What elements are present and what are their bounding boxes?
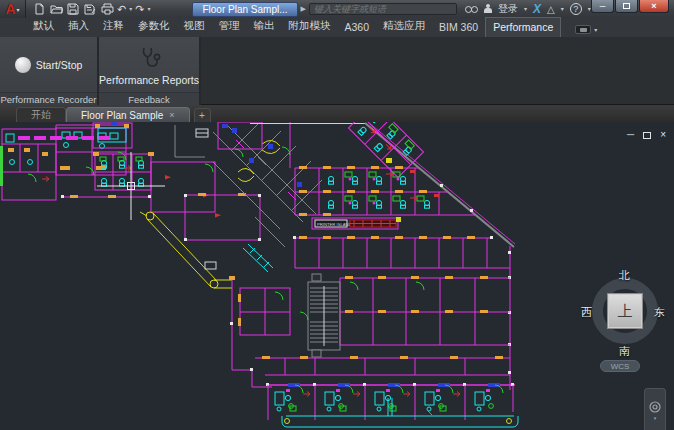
flagged-rooms bbox=[61, 162, 261, 241]
title-expand-arrow-icon[interactable]: ▶ bbox=[301, 5, 306, 13]
a360-icon[interactable]: △ bbox=[547, 4, 555, 15]
wcs-button[interactable]: WCS bbox=[600, 360, 640, 372]
plot-icon[interactable] bbox=[100, 3, 114, 16]
terrace bbox=[282, 398, 518, 427]
bottom-offices bbox=[266, 383, 515, 420]
file-tab-start[interactable]: 开始 bbox=[16, 107, 66, 122]
minimize-button[interactable]: ─ bbox=[591, 0, 614, 13]
file-tab-floor-plan[interactable]: Floor Plan Sample × bbox=[66, 107, 190, 122]
banner-text: PRINTER ISLAND bbox=[317, 222, 352, 227]
viewcube-south[interactable]: 南 bbox=[619, 344, 630, 359]
ribbon: Start/Stop Performance Recorder Performa… bbox=[0, 37, 674, 105]
drawing-window-controls: ─ × bbox=[627, 130, 666, 140]
a360-caret-icon[interactable]: ▾ bbox=[561, 6, 564, 12]
printer-island-banner: PRINTER ISLAND bbox=[312, 217, 401, 229]
sign-in-caret-icon[interactable]: ▾ bbox=[524, 6, 527, 12]
viewcube-top-face[interactable]: 上 bbox=[607, 293, 643, 329]
search-input[interactable] bbox=[309, 3, 457, 15]
undo-caret-icon[interactable]: ▾ bbox=[129, 6, 132, 12]
undo-icon[interactable]: ↶ bbox=[117, 4, 126, 15]
ribbon-tab-annotate[interactable]: 注释 bbox=[96, 16, 131, 37]
record-caret-icon: ▾ bbox=[594, 27, 597, 33]
diagonal-wall bbox=[365, 122, 515, 247]
record-button[interactable]: ▾ bbox=[575, 25, 597, 34]
lower-room-grid bbox=[293, 236, 510, 268]
performance-reports-button[interactable]: Performance Reports bbox=[99, 43, 199, 86]
ribbon-tab-bar: 默认 插入 注释 参数化 视图 管理 输出 附加模块 A360 精选应用 BIM… bbox=[0, 18, 674, 37]
feedback-panel-title: Feedback bbox=[99, 92, 199, 105]
drawing-minimize-icon[interactable]: ─ bbox=[627, 130, 634, 140]
recorder-panel-title: Performance Recorder bbox=[0, 92, 97, 105]
redo-icon[interactable]: ↷ bbox=[135, 4, 144, 15]
ribbon-tab-featured-apps[interactable]: 精选应用 bbox=[376, 16, 432, 37]
maximize-button[interactable] bbox=[615, 0, 638, 13]
app-menu-button[interactable]: A ▾ bbox=[0, 0, 26, 18]
floor-plan-drawing[interactable]: PRINTER ISLAND bbox=[0, 122, 674, 430]
titlebar-right-cluster: 登录 ▾ X △ ▾ ? ▾ bbox=[465, 2, 591, 16]
ribbon-tab-manage[interactable]: 管理 bbox=[212, 16, 247, 37]
start-stop-label: Start/Stop bbox=[36, 59, 83, 71]
autocad-window: A ▾ ↶ ▾ ↷ ▾ Floor Plan Sampl... ▶ 登录 bbox=[0, 0, 674, 430]
document-title[interactable]: Floor Plan Sampl... bbox=[192, 2, 297, 17]
save-as-icon[interactable] bbox=[83, 3, 97, 16]
record-camera-icon bbox=[575, 25, 591, 34]
ribbon-tab-default[interactable]: 默认 bbox=[26, 16, 61, 37]
ribbon-tab-output[interactable]: 输出 bbox=[247, 16, 282, 37]
lower-left-wall bbox=[229, 276, 272, 387]
viewcube-east[interactable]: 东 bbox=[654, 305, 665, 320]
viewcube-north[interactable]: 北 bbox=[619, 268, 630, 283]
search-binoculars-icon[interactable] bbox=[465, 5, 478, 14]
file-tab-label: Floor Plan Sample bbox=[81, 110, 163, 121]
drawing-restore-icon[interactable] bbox=[643, 132, 651, 139]
ribbon-tab-addins[interactable]: 附加模块 bbox=[282, 16, 338, 37]
save-icon[interactable] bbox=[66, 3, 80, 16]
rotated-cubicle-cluster bbox=[349, 122, 424, 177]
viewcube-west[interactable]: 西 bbox=[581, 305, 592, 320]
nav-wheel-caret-icon[interactable]: ▾ bbox=[654, 416, 657, 421]
navigation-bar: ▾ ▾ ▾ bbox=[644, 388, 666, 430]
performance-reports-label: Performance Reports bbox=[99, 74, 199, 86]
close-button[interactable]: × bbox=[639, 0, 669, 13]
app-menu-caret-icon: ▾ bbox=[17, 6, 20, 13]
navigation-wheel-icon[interactable] bbox=[648, 399, 663, 414]
cubicle-grid bbox=[295, 166, 476, 216]
ribbon-tab-bim360[interactable]: BIM 360 bbox=[432, 18, 485, 37]
open-folder-icon[interactable] bbox=[49, 3, 63, 16]
left-wing-rooms bbox=[0, 125, 128, 200]
record-circle-icon bbox=[15, 57, 31, 73]
file-tab-bar: 开始 Floor Plan Sample × + bbox=[0, 105, 674, 122]
corridor-cells bbox=[255, 356, 510, 375]
quick-access-toolbar: ↶ ▾ ↷ ▾ bbox=[32, 3, 150, 16]
ribbon-tab-parametric[interactable]: 参数化 bbox=[131, 16, 177, 37]
new-file-icon[interactable] bbox=[32, 3, 46, 16]
exchange-apps-icon[interactable]: X bbox=[533, 2, 541, 16]
small-cubicle-cluster bbox=[93, 152, 154, 190]
viewcube[interactable]: 北 南 西 东 上 bbox=[586, 272, 668, 374]
stethoscope-icon bbox=[137, 46, 161, 72]
window-controls: ─ × bbox=[590, 0, 669, 13]
start-stop-button[interactable]: Start/Stop bbox=[11, 55, 87, 75]
redo-caret-icon[interactable]: ▾ bbox=[147, 6, 150, 12]
rotated-gray-wing bbox=[175, 124, 322, 272]
new-tab-button[interactable]: + bbox=[194, 108, 211, 122]
walkway bbox=[140, 212, 232, 288]
stairs bbox=[300, 274, 340, 357]
ribbon-tab-performance[interactable]: Performance bbox=[485, 17, 561, 37]
drawing-canvas[interactable]: PRINTER ISLAND bbox=[0, 122, 674, 430]
autocad-logo-icon: A bbox=[5, 2, 15, 16]
user-icon bbox=[484, 4, 492, 14]
ribbon-tab-a360[interactable]: A360 bbox=[338, 18, 377, 37]
performance-recorder-panel: Start/Stop Performance Recorder bbox=[0, 37, 99, 105]
file-tab-close-icon[interactable]: × bbox=[169, 110, 174, 120]
drawing-close-icon[interactable]: × bbox=[660, 130, 666, 140]
ribbon-tab-insert[interactable]: 插入 bbox=[61, 16, 96, 37]
ribbon-tab-view[interactable]: 视图 bbox=[177, 16, 212, 37]
feedback-panel: Performance Reports Feedback bbox=[99, 37, 201, 105]
help-icon[interactable]: ? bbox=[570, 3, 582, 15]
sign-in-button[interactable]: 登录 bbox=[498, 2, 518, 16]
